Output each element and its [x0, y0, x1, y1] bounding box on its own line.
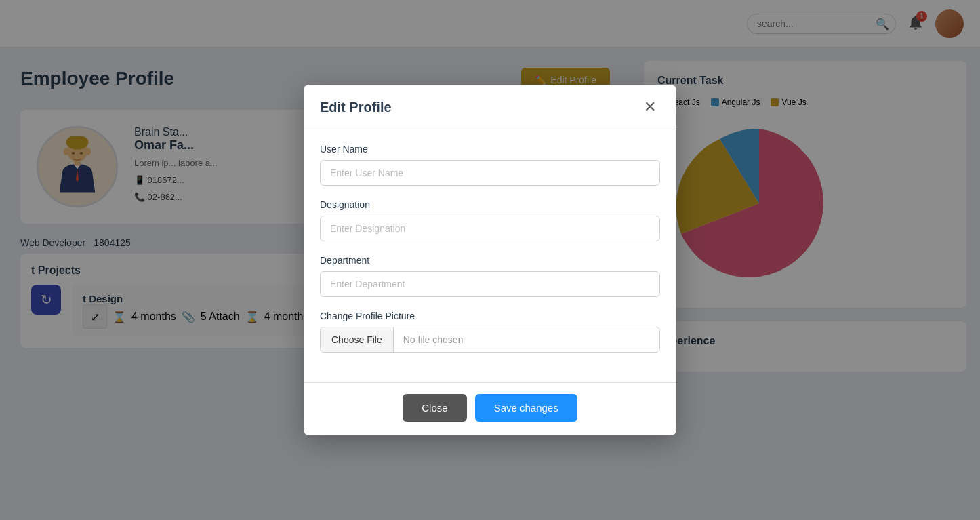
modal-close-button[interactable]: ✕	[640, 98, 660, 116]
designation-label: Designation	[320, 199, 660, 210]
modal-header: Edit Profile ✕	[304, 85, 676, 127]
save-changes-button[interactable]: Save changes	[475, 394, 577, 422]
department-input[interactable]	[320, 271, 660, 297]
file-input-wrapper: Choose File No file chosen	[320, 327, 660, 353]
username-form-group: User Name	[320, 144, 660, 186]
modal-title: Edit Profile	[320, 100, 392, 115]
username-label: User Name	[320, 144, 660, 155]
modal-overlay: Edit Profile ✕ User Name Designation Dep…	[0, 0, 980, 520]
modal-footer: Close Save changes	[304, 382, 676, 435]
choose-file-button[interactable]: Choose File	[321, 327, 394, 352]
designation-form-group: Designation	[320, 199, 660, 241]
edit-profile-modal: Edit Profile ✕ User Name Designation Dep…	[304, 85, 676, 435]
username-input[interactable]	[320, 160, 660, 186]
profile-picture-label: Change Profile Picture	[320, 311, 660, 321]
close-button[interactable]: Close	[403, 394, 466, 422]
modal-body: User Name Designation Department Change …	[304, 127, 676, 382]
profile-picture-form-group: Change Profile Picture Choose File No fi…	[320, 311, 660, 353]
file-no-chosen: No file chosen	[394, 327, 659, 352]
department-label: Department	[320, 255, 660, 266]
designation-input[interactable]	[320, 216, 660, 241]
department-form-group: Department	[320, 255, 660, 297]
